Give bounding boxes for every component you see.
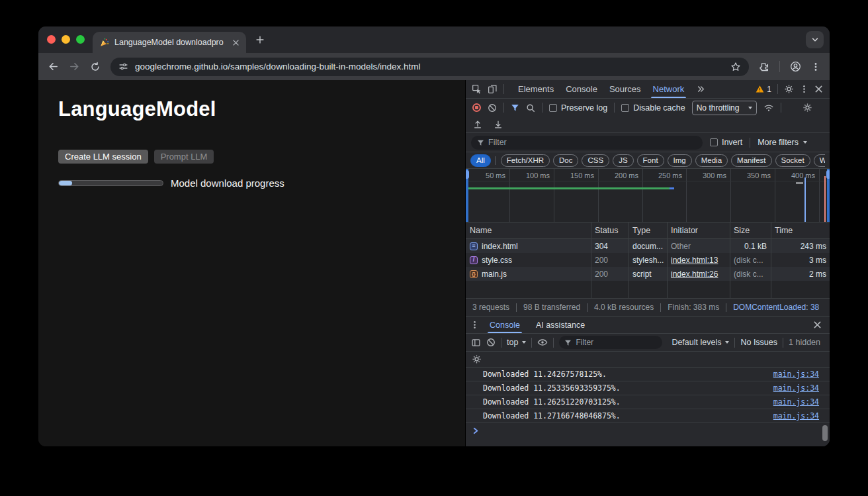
request-name-cell[interactable]: main.js xyxy=(466,267,591,281)
column-header[interactable]: Name xyxy=(466,223,591,238)
reload-button[interactable] xyxy=(90,62,101,72)
column-divider[interactable] xyxy=(629,223,629,298)
column-divider[interactable] xyxy=(771,223,771,298)
bookmark-star-icon[interactable] xyxy=(730,62,741,72)
devtools-tab[interactable]: Sources xyxy=(603,80,647,98)
live-expression-eye-icon[interactable] xyxy=(537,337,548,348)
disable-cache-label[interactable]: Disable cache xyxy=(633,103,685,113)
console-scrollbar-thumb[interactable] xyxy=(822,425,828,441)
minimize-window-button[interactable] xyxy=(62,35,70,44)
request-initiator[interactable]: Other xyxy=(671,242,691,251)
site-settings-icon[interactable] xyxy=(118,62,128,72)
network-request-row[interactable]: index.html 304 docum... Other 0.1 kB 243… xyxy=(466,239,830,253)
request-type-chip[interactable]: Font xyxy=(637,154,664,167)
console-filter-field[interactable] xyxy=(559,336,662,349)
devtools-tab[interactable]: Elements xyxy=(512,80,560,98)
column-divider[interactable] xyxy=(667,223,668,298)
request-type-chip[interactable]: Manifest xyxy=(731,154,771,167)
console-message-row[interactable]: Downloaded 11.24267578125%. main.js:34 xyxy=(466,368,830,381)
network-overview-timeline[interactable]: 50 ms100 ms150 ms200 ms250 ms300 ms350 m… xyxy=(466,169,830,223)
zoom-window-button[interactable] xyxy=(76,35,85,44)
extensions-icon[interactable] xyxy=(759,62,769,72)
request-type-chip[interactable]: Socket xyxy=(775,154,810,167)
close-window-button[interactable] xyxy=(47,35,56,44)
console-settings-gear-icon[interactable] xyxy=(472,354,482,364)
network-request-row[interactable]: style.css 200 stylesh... index.html:13 (… xyxy=(466,253,830,267)
request-type-chip[interactable]: Wasm xyxy=(814,154,825,167)
issues-badge[interactable]: 1 xyxy=(756,85,771,94)
inspect-element-icon[interactable] xyxy=(472,84,482,94)
back-button[interactable] xyxy=(48,61,59,72)
console-prompt[interactable] xyxy=(466,423,830,438)
console-sidebar-icon[interactable] xyxy=(471,338,481,348)
preserve-log-label[interactable]: Preserve log xyxy=(561,103,607,113)
request-initiator[interactable]: index.html:13 xyxy=(671,256,718,265)
network-request-row[interactable]: main.js 200 script index.html:26 (disk c… xyxy=(466,267,830,281)
more-tabs-icon[interactable] xyxy=(696,85,705,93)
profile-avatar-icon[interactable] xyxy=(790,61,801,72)
console-message-row[interactable]: Downloaded 11.26251220703125%. main.js:3… xyxy=(466,395,830,409)
import-har-icon[interactable] xyxy=(494,120,503,129)
request-type-chip[interactable]: Media xyxy=(695,154,728,167)
network-conditions-icon[interactable] xyxy=(763,103,774,113)
clear-network-log-icon[interactable] xyxy=(488,103,497,113)
column-divider[interactable] xyxy=(591,223,591,298)
request-type-chip[interactable]: CSS xyxy=(582,154,609,167)
invert-label[interactable]: Invert xyxy=(722,138,742,147)
overview-left-handle[interactable] xyxy=(466,169,468,222)
console-message-row[interactable]: Downloaded 11.27166748046875%. main.js:3… xyxy=(466,409,830,423)
execution-context-selector[interactable]: top xyxy=(507,338,526,347)
column-header[interactable]: Initiator xyxy=(667,223,730,238)
throttling-select[interactable]: No throttling xyxy=(692,101,758,115)
search-network-icon[interactable] xyxy=(526,103,535,113)
preserve-log-checkbox[interactable] xyxy=(549,104,557,112)
devtools-tab[interactable]: Console xyxy=(560,80,603,98)
devtools-close-icon[interactable] xyxy=(814,85,823,93)
drawer-menu-icon[interactable] xyxy=(470,321,479,329)
drawer-tab[interactable]: AI assistance xyxy=(529,317,591,333)
console-filter-input[interactable] xyxy=(576,338,657,347)
column-header[interactable]: Time xyxy=(771,223,830,238)
column-header[interactable]: Size xyxy=(730,223,771,238)
more-filters-button[interactable]: More filters xyxy=(758,138,807,147)
request-name-cell[interactable]: index.html xyxy=(466,239,591,253)
console-message-row[interactable]: Downloaded 11.25335693359375%. main.js:3… xyxy=(466,381,830,395)
browser-menu-icon[interactable] xyxy=(811,62,820,72)
column-header[interactable]: Type xyxy=(629,223,667,238)
record-network-log-button[interactable] xyxy=(472,103,481,112)
disable-cache-checkbox[interactable] xyxy=(621,104,629,112)
network-settings-gear-icon[interactable] xyxy=(803,103,812,113)
request-type-chip[interactable]: JS xyxy=(613,154,633,167)
tab-close-icon[interactable] xyxy=(232,39,239,46)
request-name-cell[interactable]: style.css xyxy=(466,253,591,267)
request-type-chip[interactable]: All xyxy=(470,154,491,167)
column-divider[interactable] xyxy=(730,223,730,298)
device-toolbar-icon[interactable] xyxy=(488,84,498,94)
request-type-chip[interactable]: Doc xyxy=(553,154,578,167)
browser-tab[interactable]: LanguageModel downloadpro xyxy=(93,32,246,53)
tab-search-button[interactable] xyxy=(806,31,824,48)
forward-button[interactable] xyxy=(69,61,80,72)
export-har-icon[interactable] xyxy=(473,120,482,129)
console-source-link[interactable]: main.js:34 xyxy=(773,397,819,407)
new-tab-button[interactable] xyxy=(255,34,265,45)
network-filter-field[interactable] xyxy=(471,136,703,150)
prompt-llm-button[interactable]: Prompt LLM xyxy=(154,150,214,164)
drawer-tab[interactable]: Console xyxy=(483,317,527,333)
address-bar[interactable]: googlechrome.github.io/samples/downloadi… xyxy=(110,58,749,76)
network-filter-input[interactable] xyxy=(488,138,697,147)
url-text[interactable]: googlechrome.github.io/samples/downloadi… xyxy=(135,62,724,72)
devtools-tab[interactable]: Network xyxy=(647,80,691,98)
overview-right-handle[interactable] xyxy=(827,169,830,222)
request-type-chip[interactable]: Img xyxy=(668,154,692,167)
request-type-chip[interactable]: Fetch/XHR xyxy=(501,154,550,167)
console-source-link[interactable]: main.js:34 xyxy=(773,411,819,421)
filter-toggle-icon[interactable] xyxy=(511,103,519,112)
console-source-link[interactable]: main.js:34 xyxy=(773,370,819,379)
clear-console-icon[interactable] xyxy=(486,338,496,347)
column-header[interactable]: Status xyxy=(591,223,629,238)
console-source-link[interactable]: main.js:34 xyxy=(773,383,819,393)
invert-checkbox[interactable] xyxy=(710,138,718,146)
create-llm-session-button[interactable]: Create LLM session xyxy=(58,150,148,164)
devtools-settings-gear-icon[interactable] xyxy=(784,84,794,94)
